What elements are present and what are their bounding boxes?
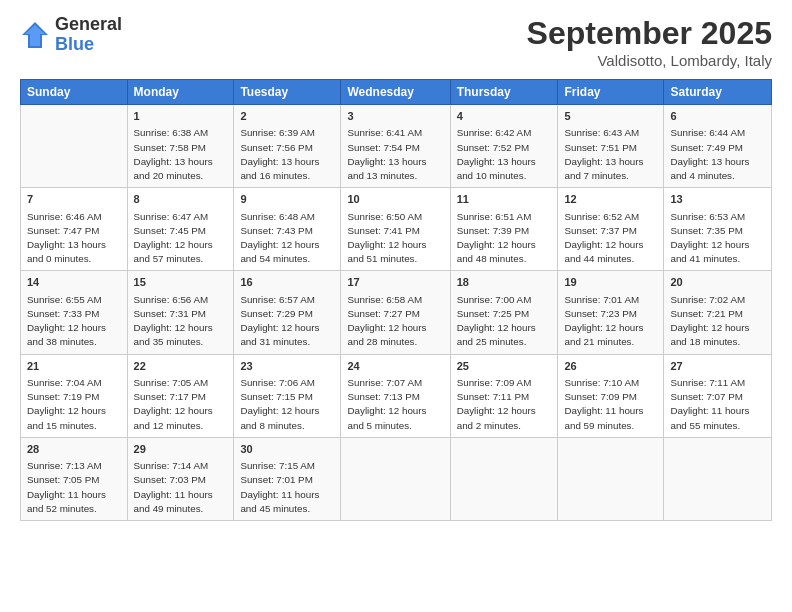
day-number: 13 (670, 192, 765, 207)
calendar-cell: 7Sunrise: 6:46 AMSunset: 7:47 PMDaylight… (21, 188, 128, 271)
calendar-cell: 18Sunrise: 7:00 AMSunset: 7:25 PMDayligh… (450, 271, 558, 354)
logo-blue: Blue (55, 35, 122, 55)
day-info: Sunrise: 7:02 AMSunset: 7:21 PMDaylight:… (670, 293, 765, 350)
day-info: Sunrise: 6:50 AMSunset: 7:41 PMDaylight:… (347, 210, 443, 267)
calendar-cell: 25Sunrise: 7:09 AMSunset: 7:11 PMDayligh… (450, 354, 558, 437)
day-info: Sunrise: 7:05 AMSunset: 7:17 PMDaylight:… (134, 376, 228, 433)
day-info: Sunrise: 6:57 AMSunset: 7:29 PMDaylight:… (240, 293, 334, 350)
calendar-cell: 13Sunrise: 6:53 AMSunset: 7:35 PMDayligh… (664, 188, 772, 271)
day-info: Sunrise: 7:07 AMSunset: 7:13 PMDaylight:… (347, 376, 443, 433)
weekday-header: Saturday (664, 80, 772, 105)
calendar-week-row: 7Sunrise: 6:46 AMSunset: 7:47 PMDaylight… (21, 188, 772, 271)
weekday-header: Tuesday (234, 80, 341, 105)
day-info: Sunrise: 6:55 AMSunset: 7:33 PMDaylight:… (27, 293, 121, 350)
calendar-cell (558, 437, 664, 520)
calendar-cell (341, 437, 450, 520)
day-info: Sunrise: 6:38 AMSunset: 7:58 PMDaylight:… (134, 126, 228, 183)
calendar-cell: 28Sunrise: 7:13 AMSunset: 7:05 PMDayligh… (21, 437, 128, 520)
calendar-cell (21, 105, 128, 188)
calendar-week-row: 21Sunrise: 7:04 AMSunset: 7:19 PMDayligh… (21, 354, 772, 437)
calendar-week-row: 28Sunrise: 7:13 AMSunset: 7:05 PMDayligh… (21, 437, 772, 520)
day-number: 29 (134, 442, 228, 457)
calendar-table: SundayMondayTuesdayWednesdayThursdayFrid… (20, 79, 772, 521)
day-info: Sunrise: 6:39 AMSunset: 7:56 PMDaylight:… (240, 126, 334, 183)
calendar-cell: 26Sunrise: 7:10 AMSunset: 7:09 PMDayligh… (558, 354, 664, 437)
weekday-header: Monday (127, 80, 234, 105)
day-number: 17 (347, 275, 443, 290)
day-number: 23 (240, 359, 334, 374)
calendar-body: 1Sunrise: 6:38 AMSunset: 7:58 PMDaylight… (21, 105, 772, 521)
logo-general: General (55, 15, 122, 35)
calendar-page: General Blue September 2025 Valdisotto, … (0, 0, 792, 612)
day-info: Sunrise: 6:51 AMSunset: 7:39 PMDaylight:… (457, 210, 552, 267)
day-info: Sunrise: 7:13 AMSunset: 7:05 PMDaylight:… (27, 459, 121, 516)
calendar-cell: 11Sunrise: 6:51 AMSunset: 7:39 PMDayligh… (450, 188, 558, 271)
day-number: 26 (564, 359, 657, 374)
day-number: 9 (240, 192, 334, 207)
logo: General Blue (20, 15, 122, 55)
day-info: Sunrise: 7:01 AMSunset: 7:23 PMDaylight:… (564, 293, 657, 350)
day-info: Sunrise: 7:11 AMSunset: 7:07 PMDaylight:… (670, 376, 765, 433)
day-number: 8 (134, 192, 228, 207)
day-number: 14 (27, 275, 121, 290)
day-info: Sunrise: 7:14 AMSunset: 7:03 PMDaylight:… (134, 459, 228, 516)
calendar-cell: 17Sunrise: 6:58 AMSunset: 7:27 PMDayligh… (341, 271, 450, 354)
day-info: Sunrise: 6:53 AMSunset: 7:35 PMDaylight:… (670, 210, 765, 267)
weekday-header: Friday (558, 80, 664, 105)
calendar-cell: 12Sunrise: 6:52 AMSunset: 7:37 PMDayligh… (558, 188, 664, 271)
calendar-cell (450, 437, 558, 520)
calendar-cell: 24Sunrise: 7:07 AMSunset: 7:13 PMDayligh… (341, 354, 450, 437)
calendar-cell: 8Sunrise: 6:47 AMSunset: 7:45 PMDaylight… (127, 188, 234, 271)
day-number: 16 (240, 275, 334, 290)
calendar-cell: 20Sunrise: 7:02 AMSunset: 7:21 PMDayligh… (664, 271, 772, 354)
calendar-cell: 21Sunrise: 7:04 AMSunset: 7:19 PMDayligh… (21, 354, 128, 437)
day-info: Sunrise: 7:04 AMSunset: 7:19 PMDaylight:… (27, 376, 121, 433)
calendar-cell: 19Sunrise: 7:01 AMSunset: 7:23 PMDayligh… (558, 271, 664, 354)
weekday-row: SundayMondayTuesdayWednesdayThursdayFrid… (21, 80, 772, 105)
calendar-cell: 3Sunrise: 6:41 AMSunset: 7:54 PMDaylight… (341, 105, 450, 188)
calendar-header: SundayMondayTuesdayWednesdayThursdayFrid… (21, 80, 772, 105)
calendar-cell: 30Sunrise: 7:15 AMSunset: 7:01 PMDayligh… (234, 437, 341, 520)
day-number: 1 (134, 109, 228, 124)
day-info: Sunrise: 6:46 AMSunset: 7:47 PMDaylight:… (27, 210, 121, 267)
day-info: Sunrise: 6:41 AMSunset: 7:54 PMDaylight:… (347, 126, 443, 183)
calendar-cell: 22Sunrise: 7:05 AMSunset: 7:17 PMDayligh… (127, 354, 234, 437)
day-number: 21 (27, 359, 121, 374)
day-number: 12 (564, 192, 657, 207)
day-number: 22 (134, 359, 228, 374)
location: Valdisotto, Lombardy, Italy (527, 52, 772, 69)
day-number: 15 (134, 275, 228, 290)
calendar-cell: 10Sunrise: 6:50 AMSunset: 7:41 PMDayligh… (341, 188, 450, 271)
day-number: 10 (347, 192, 443, 207)
day-number: 25 (457, 359, 552, 374)
day-info: Sunrise: 6:47 AMSunset: 7:45 PMDaylight:… (134, 210, 228, 267)
title-block: September 2025 Valdisotto, Lombardy, Ita… (527, 15, 772, 69)
weekday-header: Wednesday (341, 80, 450, 105)
calendar-cell: 14Sunrise: 6:55 AMSunset: 7:33 PMDayligh… (21, 271, 128, 354)
calendar-cell: 1Sunrise: 6:38 AMSunset: 7:58 PMDaylight… (127, 105, 234, 188)
day-info: Sunrise: 6:44 AMSunset: 7:49 PMDaylight:… (670, 126, 765, 183)
day-number: 30 (240, 442, 334, 457)
day-info: Sunrise: 6:52 AMSunset: 7:37 PMDaylight:… (564, 210, 657, 267)
day-info: Sunrise: 7:09 AMSunset: 7:11 PMDaylight:… (457, 376, 552, 433)
day-info: Sunrise: 6:58 AMSunset: 7:27 PMDaylight:… (347, 293, 443, 350)
calendar-cell: 16Sunrise: 6:57 AMSunset: 7:29 PMDayligh… (234, 271, 341, 354)
calendar-cell: 6Sunrise: 6:44 AMSunset: 7:49 PMDaylight… (664, 105, 772, 188)
month-title: September 2025 (527, 15, 772, 52)
header: General Blue September 2025 Valdisotto, … (20, 15, 772, 69)
calendar-cell: 9Sunrise: 6:48 AMSunset: 7:43 PMDaylight… (234, 188, 341, 271)
calendar-cell: 15Sunrise: 6:56 AMSunset: 7:31 PMDayligh… (127, 271, 234, 354)
day-info: Sunrise: 6:43 AMSunset: 7:51 PMDaylight:… (564, 126, 657, 183)
day-number: 28 (27, 442, 121, 457)
day-number: 5 (564, 109, 657, 124)
day-number: 3 (347, 109, 443, 124)
calendar-cell: 27Sunrise: 7:11 AMSunset: 7:07 PMDayligh… (664, 354, 772, 437)
calendar-cell (664, 437, 772, 520)
logo-icon (20, 20, 50, 50)
calendar-cell: 2Sunrise: 6:39 AMSunset: 7:56 PMDaylight… (234, 105, 341, 188)
calendar-week-row: 14Sunrise: 6:55 AMSunset: 7:33 PMDayligh… (21, 271, 772, 354)
day-info: Sunrise: 6:56 AMSunset: 7:31 PMDaylight:… (134, 293, 228, 350)
day-number: 7 (27, 192, 121, 207)
calendar-cell: 29Sunrise: 7:14 AMSunset: 7:03 PMDayligh… (127, 437, 234, 520)
day-info: Sunrise: 7:06 AMSunset: 7:15 PMDaylight:… (240, 376, 334, 433)
